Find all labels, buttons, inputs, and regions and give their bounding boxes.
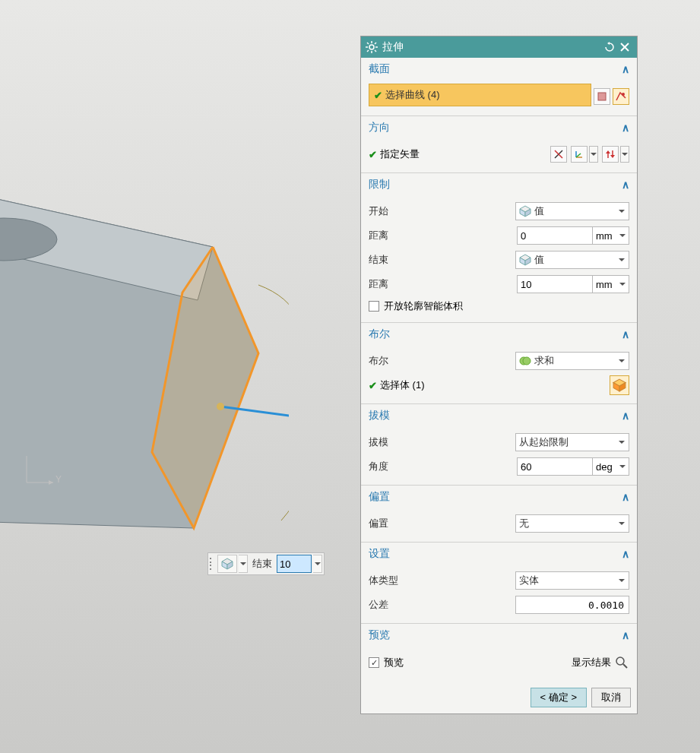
section-header-preview[interactable]: 预览 ∧ — [361, 624, 637, 647]
open-profile-label: 开放轮廓智能体积 — [384, 299, 463, 313]
model-preview — [0, 179, 289, 536]
svg-marker-32 — [606, 150, 610, 153]
preview-checkbox[interactable] — [369, 657, 379, 668]
show-result-label: 显示结果 — [572, 656, 611, 669]
svg-point-46 — [616, 657, 624, 665]
chevron-up-icon: ∧ — [622, 63, 629, 75]
vector-auto-icon[interactable] — [550, 146, 567, 163]
section-header-section[interactable]: 截面 ∧ — [361, 58, 637, 81]
draft-angle-unit[interactable]: deg — [593, 457, 629, 476]
section-header-offset[interactable]: 偏置 ∧ — [361, 486, 637, 508]
end-type-select[interactable]: 值 — [515, 251, 629, 269]
chevron-up-icon: ∧ — [622, 179, 629, 191]
check-icon: ✔ — [374, 90, 382, 101]
svg-point-12 — [369, 45, 374, 49]
check-icon: ✔ — [369, 380, 377, 391]
check-icon: ✔ — [369, 149, 377, 160]
section-header-boolean[interactable]: 布尔 ∧ — [361, 323, 637, 346]
svg-line-20 — [367, 50, 369, 52]
dialog-title: 拉伸 — [382, 40, 602, 54]
chevron-up-icon: ∧ — [622, 629, 629, 641]
chevron-up-icon: ∧ — [622, 410, 629, 422]
section-header-settings[interactable]: 设置 ∧ — [361, 543, 637, 565]
chevron-up-icon: ∧ — [622, 548, 629, 560]
start-type-select[interactable]: 值 — [515, 202, 629, 220]
curve-stop-icon[interactable] — [594, 88, 610, 105]
svg-line-47 — [623, 664, 627, 668]
open-profile-checkbox[interactable] — [369, 301, 379, 312]
section-header-direction[interactable]: 方向 ∧ — [361, 116, 637, 139]
svg-line-18 — [375, 50, 376, 52]
svg-point-42 — [523, 357, 531, 365]
svg-point-5 — [217, 403, 224, 410]
end-distance-unit[interactable]: mm — [593, 275, 629, 293]
start-distance-unit[interactable]: mm — [593, 226, 629, 245]
cube-icon — [519, 254, 531, 266]
curve-sketch-icon[interactable] — [613, 88, 629, 105]
svg-rect-24 — [598, 93, 606, 100]
svg-marker-21 — [607, 42, 610, 45]
vector-reverse-caret[interactable] — [620, 146, 629, 163]
tolerance-input[interactable] — [515, 596, 629, 614]
svg-line-19 — [375, 43, 376, 44]
preview-label: 预览 — [384, 656, 404, 669]
section-header-draft[interactable]: 拔模 ∧ — [361, 404, 637, 427]
dialog-titlebar[interactable]: 拉伸 — [361, 36, 637, 58]
grip-icon[interactable] — [210, 555, 216, 572]
boolean-select[interactable]: 求和 — [515, 352, 629, 370]
start-distance-input[interactable] — [517, 226, 593, 245]
svg-line-17 — [367, 43, 369, 44]
body-icon[interactable] — [610, 375, 629, 395]
end-distance-input[interactable] — [517, 275, 593, 293]
inline-end-caret[interactable] — [313, 555, 322, 573]
vector-csys-caret[interactable] — [589, 146, 598, 163]
extrude-dialog: 拉伸 截面 ∧ ✔ 选择曲线 (4) 方向 ∧ ✔ — [360, 36, 638, 714]
axis-label-y: Y — [55, 474, 62, 485]
close-icon[interactable] — [617, 40, 632, 55]
draft-select[interactable]: 从起始限制 — [515, 433, 629, 451]
svg-point-25 — [622, 93, 625, 96]
body-type-select[interactable]: 实体 — [515, 571, 629, 590]
select-curve-row[interactable]: ✔ 选择曲线 (4) — [369, 84, 591, 106]
inline-cube-icon[interactable] — [217, 555, 237, 573]
draft-angle-input[interactable] — [517, 457, 593, 476]
offset-select[interactable]: 无 — [515, 514, 629, 533]
reset-icon[interactable] — [602, 40, 617, 55]
inline-end-toolbar: 结束 — [207, 552, 325, 575]
cube-icon — [519, 205, 531, 217]
chevron-up-icon: ∧ — [622, 491, 629, 503]
gear-icon — [366, 41, 378, 53]
inline-cube-caret[interactable] — [239, 555, 248, 573]
vector-reverse-icon[interactable] — [602, 146, 619, 163]
ok-button[interactable]: < 确定 > — [531, 688, 587, 707]
dialog-footer: < 确定 > 取消 — [361, 682, 637, 713]
chevron-up-icon: ∧ — [622, 122, 629, 134]
unite-icon — [519, 355, 531, 367]
chevron-up-icon: ∧ — [622, 328, 629, 340]
magnifier-icon[interactable] — [614, 655, 629, 670]
section-header-limits[interactable]: 限制 ∧ — [361, 173, 637, 196]
svg-marker-34 — [610, 155, 615, 158]
inline-end-input[interactable] — [277, 555, 312, 573]
cancel-button[interactable]: 取消 — [591, 688, 631, 707]
vector-csys-icon[interactable] — [571, 146, 588, 163]
inline-end-label: 结束 — [249, 557, 275, 571]
